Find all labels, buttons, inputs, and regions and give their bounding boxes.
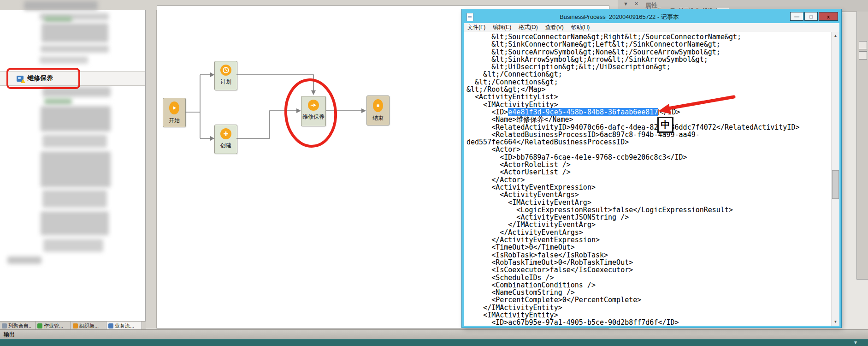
- redacted-region: [24, 1, 98, 10]
- redacted-region: [41, 45, 109, 53]
- screen: { "colors":{"annotation_red":"#e8231a","…: [0, 0, 868, 346]
- menu-item[interactable]: 格式(O): [515, 24, 541, 31]
- output-bar[interactable]: 输出: [0, 329, 868, 340]
- maximize-button[interactable]: □: [804, 12, 818, 21]
- xml-line: <ID>ac67b95e-97a1-4905-b5ce-90d2b8ff7d6f…: [466, 319, 832, 326]
- xml-line: <PercentComplete>0</PercentComplete>: [466, 296, 832, 304]
- xml-line: <TimeOut>0</TimeOut>: [466, 244, 832, 251]
- notepad-text-area[interactable]: &lt;SourceConnectorName&gt;Right&lt;/Sou…: [464, 32, 832, 326]
- pin-collapse-icon[interactable]: ▼: [623, 1, 628, 6]
- scrollbar-thumb[interactable]: [832, 170, 839, 199]
- flow-node-maintain[interactable]: 维修保养: [301, 96, 326, 126]
- notepad-window: BusinessProcess_20200409165722 - 记事本 — □…: [462, 9, 841, 328]
- redacted-region: [42, 190, 107, 208]
- xml-line: <NameCustomString />: [466, 289, 832, 296]
- flow-node-label: 计划: [220, 78, 231, 86]
- redacted-region: [41, 23, 108, 42]
- panel-button[interactable]: [859, 41, 867, 49]
- xml-line: <ID>bb7689a7-6cae-4e1e-9768-ccb9e206c8c3…: [466, 154, 832, 161]
- close-button[interactable]: x: [819, 12, 838, 21]
- redacted-region: [44, 17, 72, 22]
- clock-icon: [220, 65, 231, 76]
- check-icon: [37, 323, 42, 328]
- redacted-region: [41, 151, 111, 187]
- xml-line: &lt;SourceArrowSymbol&gt;None&lt;/Source…: [466, 48, 832, 56]
- xml-line: <ActorRoleList />: [466, 161, 832, 168]
- menu-item[interactable]: 编辑(E): [489, 24, 515, 31]
- xml-line: &lt;/Root&gt;</Map>: [466, 86, 832, 93]
- xml-line: <IMActivityEntity>: [466, 311, 832, 319]
- menu-item[interactable]: 文件(F): [464, 24, 489, 31]
- flow-node-label: 维修保养: [302, 113, 325, 121]
- redacted-region: [44, 98, 72, 105]
- xml-line: <ActivityEventArgs>: [466, 191, 832, 198]
- flow-node-label: 创建: [220, 142, 231, 149]
- redacted-region: [41, 211, 109, 235]
- flow-node-create[interactable]: 创建: [214, 125, 237, 154]
- grid-icon: [2, 323, 7, 328]
- panel-splitter[interactable]: [146, 10, 157, 328]
- xml-line: &lt;SinkArrowSymbol&gt;Arrow&lt;/SinkArr…: [466, 56, 832, 63]
- sidebar-tab[interactable]: 作业管...: [35, 322, 71, 330]
- redacted-region: [40, 56, 88, 64]
- selected-text: e4e81f3d-9ce5-458b-84b8-36faab6ee817: [508, 108, 658, 116]
- close-icon[interactable]: ✕: [634, 1, 638, 7]
- xml-line: <Actor>: [466, 146, 832, 153]
- annotation-red-box: [6, 68, 80, 89]
- panel-button[interactable]: [859, 51, 867, 60]
- forward-icon: [308, 100, 319, 111]
- xml-line: </ActivityEventArgs>: [466, 229, 832, 236]
- xml-line: <Name>维修保养</Name>: [466, 116, 832, 123]
- xml-line: <ActivityEntityList>: [466, 93, 832, 101]
- xml-line: <RelatedActivityID>94070c66-dafc-4dea-82…: [466, 124, 832, 131]
- redacted-region: [7, 257, 41, 264]
- scroll-down-icon[interactable]: ▼: [832, 318, 839, 326]
- vertical-scrollbar[interactable]: ▲ ▼: [831, 32, 839, 326]
- menu-item[interactable]: 查看(V): [542, 24, 567, 31]
- play-icon: [169, 101, 179, 114]
- tab-label: 业务流...: [115, 322, 134, 329]
- xml-line: </IMActivityEventArg>: [466, 221, 832, 228]
- redacted-region: [41, 106, 111, 131]
- window-title: BusinessProcess_20200409165722 - 记事本: [464, 13, 775, 21]
- notepad-titlebar[interactable]: BusinessProcess_20200409165722 - 记事本 — □…: [464, 11, 839, 23]
- org-icon: [73, 323, 78, 328]
- chevron-down-icon[interactable]: ▼: [853, 340, 858, 345]
- plus-icon: [220, 128, 231, 139]
- flow-node-start[interactable]: 开始: [163, 98, 186, 127]
- scroll-up-icon[interactable]: ▲: [832, 32, 839, 40]
- xml-line: <ActorUserList />: [466, 168, 832, 176]
- ime-indicator: 中: [657, 117, 673, 133]
- bottom-taskbar: ▼: [0, 339, 868, 346]
- xml-line: </Actor>: [466, 176, 832, 184]
- xml-line: </IMActivityEntity>: [466, 304, 832, 311]
- sidebar-tab-bar: 列聚合自..作业管...组织架...业务流...: [0, 321, 146, 330]
- xml-line: &lt;UiDsecription&gt;&lt;/UiDsecription&…: [466, 63, 832, 71]
- xml-line: <IsCoexecutor>false</IsCoexecutor>: [466, 266, 832, 274]
- redacted-region: [42, 135, 107, 148]
- tab-label: 组织架...: [79, 322, 99, 329]
- flow-node-end[interactable]: 结束: [366, 95, 390, 125]
- xml-line: <ActivityEventExpression>: [466, 184, 832, 191]
- minimize-button[interactable]: —: [790, 12, 803, 21]
- xml-line: <CombinationConditions />: [466, 281, 832, 289]
- xml-line: <ActivityEventJSONString />: [466, 214, 832, 221]
- xml-line: ded557fec664</RelatedBusinessProcessID>: [466, 138, 832, 146]
- right-panel-strip: [856, 12, 868, 280]
- menu-item[interactable]: 帮助(H): [567, 24, 594, 31]
- tab-label: 作业管...: [44, 322, 63, 329]
- flow-node-label: 结束: [372, 114, 384, 122]
- xml-line: <ID>e4e81f3d-9ce5-458b-84b8-36faab6ee817…: [466, 108, 832, 116]
- xml-line: <LogicExpressionResult>false</LogicExpre…: [466, 206, 832, 214]
- sidebar-tab[interactable]: 业务流...: [106, 322, 142, 330]
- redacted-region: [43, 239, 103, 252]
- sidebar-tab[interactable]: 列聚合自..: [0, 322, 35, 330]
- sidebar-tab[interactable]: 组织架...: [71, 322, 106, 330]
- tab-label: 列聚合自..: [8, 322, 31, 329]
- notepad-menubar: 文件(F)编辑(E)格式(O)查看(V)帮助(H): [464, 23, 839, 32]
- flow-node-plan[interactable]: 计划: [214, 61, 237, 90]
- flow-icon: [108, 323, 113, 328]
- xml-line: &lt;SourceConnectorName&gt;Right&lt;/Sou…: [466, 33, 832, 41]
- xml-line: <IsRobTask>false</IsRobTask>: [466, 251, 832, 259]
- left-sidebar: 维修保养: [0, 10, 146, 321]
